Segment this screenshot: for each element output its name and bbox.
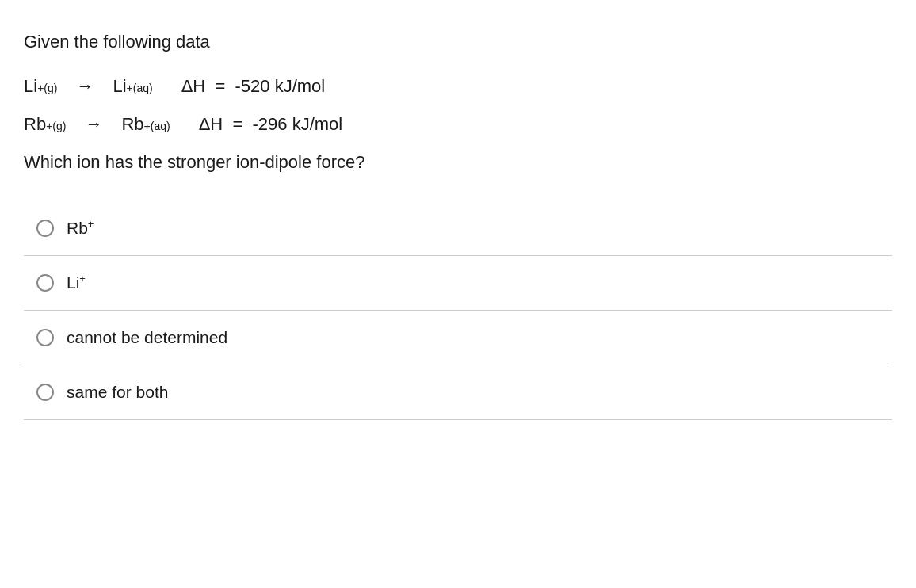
radio-li[interactable] — [36, 274, 54, 292]
option-same[interactable]: same for both — [24, 365, 892, 420]
option-cannot[interactable]: cannot be determined — [24, 311, 892, 365]
reaction-li-row: Li+(g) → Li+(aq) ΔH = -520 kJ/mol — [24, 76, 892, 97]
question-block: Given the following data Li+(g) → Li+(aq… — [24, 32, 892, 420]
intro-text: Given the following data — [24, 32, 892, 52]
li-delta-h: ΔH = -520 kJ/mol — [181, 76, 326, 97]
rb-delta-h: ΔH = -296 kJ/mol — [199, 114, 343, 135]
radio-rb[interactable] — [36, 220, 54, 237]
option-rb[interactable]: Rb+ — [24, 201, 892, 256]
li-product: Li+(aq) — [113, 76, 152, 97]
option-li[interactable]: Li+ — [24, 256, 892, 311]
option-li-label: Li+ — [67, 273, 86, 292]
rb-product: Rb+(aq) — [121, 114, 170, 135]
rb-reactant: Rb+(g) — [24, 114, 66, 135]
radio-cannot[interactable] — [36, 329, 54, 346]
option-cannot-label: cannot be determined — [67, 328, 227, 347]
li-reactant: Li+(g) — [24, 76, 57, 97]
option-rb-label: Rb+ — [67, 219, 94, 238]
radio-same[interactable] — [36, 384, 54, 401]
arrow-1: → — [76, 76, 94, 97]
question-text: Which ion has the stronger ion-dipole fo… — [24, 152, 892, 173]
option-same-label: same for both — [67, 383, 168, 402]
arrow-2: → — [85, 114, 102, 135]
reaction-rb-row: Rb+(g) → Rb+(aq) ΔH = -296 kJ/mol — [24, 114, 892, 135]
